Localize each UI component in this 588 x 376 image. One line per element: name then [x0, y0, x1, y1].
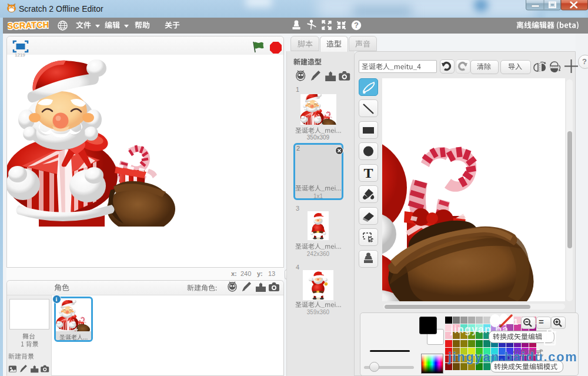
svg-text:?: ? [354, 21, 359, 29]
svg-text:T: T [363, 165, 373, 181]
svg-text:SCRATCH: SCRATCH [8, 20, 49, 31]
